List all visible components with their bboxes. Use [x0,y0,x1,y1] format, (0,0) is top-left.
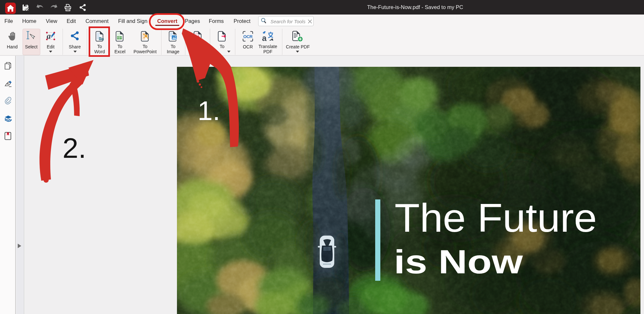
svg-text:The Future: The Future [395,195,597,240]
svg-text:a: a [262,34,267,42]
svg-text:1.: 1. [198,96,220,126]
svg-text:OCR: OCR [243,34,253,39]
svg-text:is Now: is Now [394,243,523,280]
